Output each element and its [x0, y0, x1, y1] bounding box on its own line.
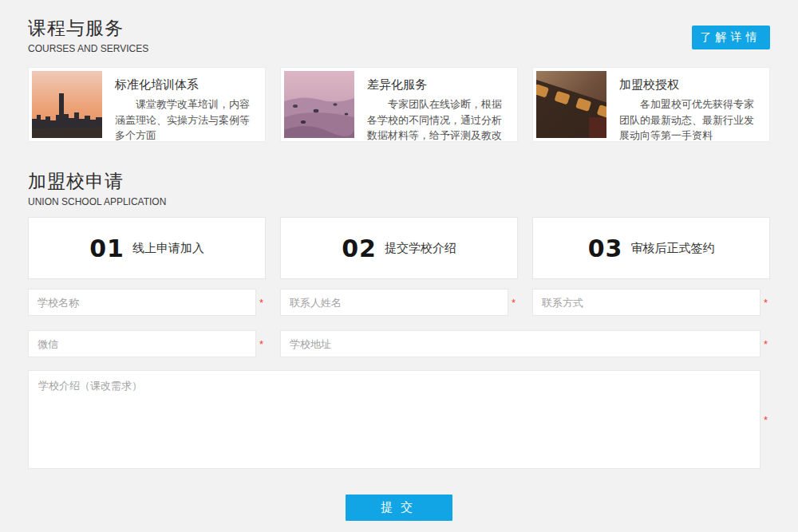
city-skyline-sunset-image: [32, 71, 102, 138]
step-number: 01: [89, 234, 124, 262]
form-field: *: [28, 330, 266, 357]
courses-section-subtitle: COURSES AND SERVICES: [28, 43, 770, 54]
courses-section-header: 课程与服务 COURSES AND SERVICES 了解详情: [28, 16, 770, 54]
required-mark: *: [764, 338, 770, 350]
card-title: 加盟校授权: [619, 77, 757, 93]
card-description: 专家团队在线诊断，根据各学校的不同情况，通过分析数据材料等，给予评测及教改意见: [367, 97, 504, 142]
wechat-input[interactable]: [28, 330, 256, 357]
application-section-subtitle: UNION SCHOOL APPLICATION: [28, 196, 770, 207]
card-title: 标准化培训体系: [115, 77, 252, 93]
required-mark: *: [512, 297, 518, 309]
card-description: 各加盟校可优先获得专家团队的最新动态、最新行业发展动向等第一手资料: [619, 97, 757, 142]
required-mark: *: [259, 338, 266, 350]
courses-section-title: 课程与服务: [28, 16, 770, 41]
submit-button[interactable]: 提交: [346, 495, 452, 521]
school-intro-row: *: [28, 370, 770, 469]
step-label: 线上申请加入: [132, 241, 204, 256]
application-steps: 01 线上申请加入 02 提交学校介绍 03 审核后正式签约: [28, 217, 770, 279]
school-name-input[interactable]: [28, 289, 256, 316]
step-label: 提交学校介绍: [385, 241, 456, 256]
application-section-title: 加盟校申请: [28, 169, 770, 194]
card-text: 加盟校授权 各加盟校可优先获得专家团队的最新动态、最新行业发展动向等第一手资料: [606, 71, 766, 138]
step-sign-contract: 03 审核后正式签约: [532, 217, 770, 279]
card-description: 课堂教学改革培训，内容涵盖理论、实操方法与案例等多个方面: [115, 97, 252, 142]
required-mark: *: [764, 297, 770, 309]
contact-name-input[interactable]: [280, 289, 508, 316]
application-section-header: 加盟校申请 UNION SCHOOL APPLICATION: [28, 169, 770, 207]
required-mark: *: [259, 297, 266, 309]
learn-more-button[interactable]: 了解详情: [692, 26, 770, 49]
form-field: *: [280, 330, 770, 357]
form-field: *: [532, 289, 770, 316]
page-container: 课程与服务 COURSES AND SERVICES 了解详情 标准化培训体系: [28, 0, 770, 521]
service-card-training: 标准化培训体系 课堂教学改革培训，内容涵盖理论、实操方法与案例等多个方面: [28, 67, 266, 142]
step-number: 03: [588, 234, 623, 262]
card-text: 差异化服务 专家团队在线诊断，根据各学校的不同情况，通过分析数据材料等，给予评测…: [354, 71, 514, 138]
service-cards: 标准化培训体系 课堂教学改革培训，内容涵盖理论、实操方法与案例等多个方面: [28, 67, 770, 142]
required-mark: *: [764, 414, 770, 426]
step-submit-intro: 02 提交学校介绍: [280, 217, 518, 279]
step-apply-online: 01 线上申请加入: [28, 217, 266, 279]
form-field: *: [28, 289, 266, 316]
application-section: 加盟校申请 UNION SCHOOL APPLICATION 01 线上申请加入…: [28, 169, 770, 521]
contact-method-input[interactable]: [532, 289, 760, 316]
card-text: 标准化培训体系 课堂教学改革培训，内容涵盖理论、实操方法与案例等多个方面: [102, 71, 262, 138]
form-field: *: [280, 289, 518, 316]
school-intro-textarea[interactable]: [28, 370, 760, 469]
submit-row: 提交: [28, 495, 770, 521]
step-label: 审核后正式签约: [630, 241, 714, 256]
service-card-differentiated: 差异化服务 专家团队在线诊断，根据各学校的不同情况，通过分析数据材料等，给予评测…: [280, 67, 518, 142]
desert-dusk-image: [284, 71, 354, 138]
school-address-input[interactable]: [280, 330, 760, 357]
service-card-authorization: 加盟校授权 各加盟校可优先获得专家团队的最新动态、最新行业发展动向等第一手资料: [532, 67, 770, 142]
step-number: 02: [342, 234, 377, 262]
film-strip-image: [536, 71, 606, 138]
application-form: * * * * *: [28, 289, 770, 357]
card-title: 差异化服务: [367, 77, 504, 93]
